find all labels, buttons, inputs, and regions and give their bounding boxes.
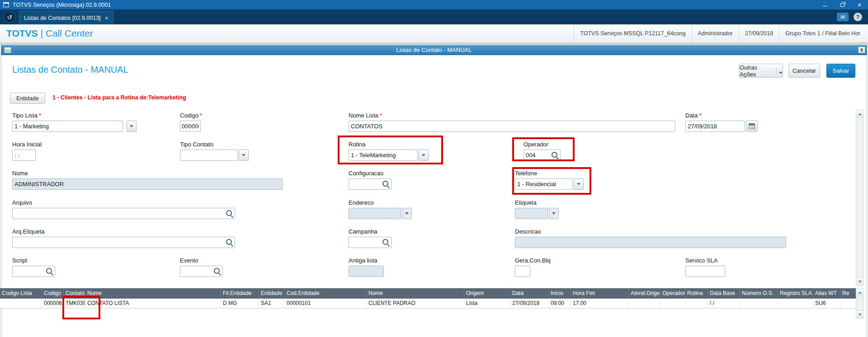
grid-header-cell[interactable]: Origem	[464, 288, 510, 299]
form-scrollbar[interactable]	[856, 110, 863, 286]
rotina-input[interactable]	[349, 150, 418, 161]
cancelar-button[interactable]: Cancelar	[788, 64, 820, 78]
grid-header-cell[interactable]: Fil.Entidade	[221, 288, 259, 299]
antiga-lista-input	[349, 266, 384, 277]
required-marker: *	[380, 112, 382, 119]
grid-header-cell[interactable]: Atend.Origem	[629, 288, 660, 299]
grid-header-cell[interactable]: Codigo	[42, 288, 64, 299]
telefone-input[interactable]	[515, 178, 573, 190]
minimize-button[interactable]	[816, 0, 834, 9]
grid-cell[interactable]: CONTATO LISTA	[85, 299, 221, 309]
grid-header-cell[interactable]: Data Base	[708, 288, 740, 299]
arq-etiqueta-label: Arq.Etiqueta	[12, 228, 235, 235]
field-hora-inicial: Hora Inicial	[12, 141, 42, 161]
grid-cell[interactable]: TMK039	[64, 299, 85, 309]
grid-cell[interactable]	[0, 299, 42, 309]
grid-header-cell[interactable]: Inicio	[549, 288, 571, 299]
search-icon[interactable]	[226, 239, 232, 245]
outras-acoes-button[interactable]: Outras Ações	[739, 64, 783, 78]
codigo-input[interactable]	[180, 121, 201, 132]
search-icon[interactable]	[552, 152, 557, 158]
tipo-lista-dropdown-button[interactable]	[127, 121, 137, 132]
grid-header-cell[interactable]: Nome	[85, 288, 221, 299]
grid-cell[interactable]: / /	[708, 299, 740, 309]
grid-cell[interactable]	[660, 299, 685, 309]
hora-inicial-input[interactable]	[12, 150, 36, 161]
grid-header-cell[interactable]: Entidade	[259, 288, 285, 299]
entidade-button[interactable]: Entidade	[10, 93, 45, 104]
data-label: Data*	[685, 112, 758, 119]
calendar-button[interactable]	[746, 121, 758, 132]
grid-scroll-up-button[interactable]	[856, 289, 863, 296]
grid-cell[interactable]: 09:00	[549, 299, 571, 309]
tipo-contato-dropdown-button[interactable]	[239, 150, 249, 161]
tab-listas-de-contatos[interactable]: Listas de Contatos [02.9.0013] ×	[19, 11, 113, 24]
app-window-icon	[3, 2, 9, 7]
tipo-contato-input[interactable]	[180, 150, 238, 161]
grid-cell[interactable]: SA1	[259, 299, 285, 309]
grid-header-cell[interactable]: Nome	[367, 288, 464, 299]
dialog-titlebar[interactable]: Listas de Contato - MANUAL x	[1, 45, 867, 55]
grid-header-cell[interactable]: Operador	[660, 288, 685, 299]
grid-header-cell[interactable]: Alias WT	[813, 288, 840, 299]
grid-cell[interactable]: 17:00	[571, 299, 629, 309]
grid-cell[interactable]	[778, 299, 813, 309]
scroll-down-button[interactable]	[856, 277, 863, 285]
grid-header-cell[interactable]: Hora Fim	[571, 288, 629, 299]
grid-header-cell[interactable]: Codigo Lista	[0, 288, 42, 299]
grid-header-cell[interactable]: Cod.Entidade	[285, 288, 367, 299]
brand-company: TOTVS	[6, 28, 38, 38]
search-icon[interactable]	[226, 210, 232, 216]
mail-icon[interactable]: ✉	[837, 13, 849, 21]
outras-acoes-arrow[interactable]	[776, 68, 783, 74]
chevron-down-icon	[405, 212, 409, 215]
restore-icon	[840, 3, 844, 7]
gera-con-blq-input[interactable]	[515, 266, 530, 277]
page-title: Listas de Contato - MANUAL	[12, 65, 128, 75]
grid-header-cell[interactable]: Re	[840, 288, 856, 299]
tipo-lista-input[interactable]	[12, 121, 123, 132]
grid-row[interactable]: 000006 TMK039 CONTATO LISTA D MG SA1 000…	[0, 299, 856, 309]
arq-etiqueta-input[interactable]	[12, 237, 235, 248]
grid-scrollbar[interactable]	[856, 288, 863, 318]
restore-button[interactable]	[834, 0, 851, 9]
grid-cell[interactable]	[840, 299, 856, 309]
telefone-dropdown-button[interactable]	[574, 178, 584, 190]
grid-cell[interactable]	[740, 299, 778, 309]
grid-header-cell[interactable]: Data	[510, 288, 549, 299]
grid-cell[interactable]	[685, 299, 708, 309]
nome-lista-input[interactable]	[349, 121, 675, 132]
group-branch: Grupo Totvs 1 / Filial Belo Hor	[779, 24, 866, 42]
search-icon[interactable]	[46, 268, 52, 274]
grid-header-cell[interactable]: Número O.S.	[740, 288, 778, 299]
data-input[interactable]	[685, 121, 745, 132]
help-icon[interactable]: ?	[854, 13, 862, 21]
grid-header-cell[interactable]: Contato	[64, 288, 85, 299]
scroll-up-button[interactable]	[856, 110, 863, 118]
grid-cell[interactable]: Lista	[464, 299, 510, 309]
salvar-button[interactable]: Salvar	[826, 64, 855, 78]
rotina-dropdown-button[interactable]	[419, 150, 429, 161]
search-icon[interactable]	[382, 181, 388, 187]
tab-close-icon[interactable]: ×	[105, 14, 108, 22]
grid-cell[interactable]: SU6	[813, 299, 840, 309]
grid-cell[interactable]: 00000101	[285, 299, 367, 309]
grid-cell[interactable]	[629, 299, 660, 309]
nome-lista-label: Nome Lista*	[349, 112, 675, 119]
grid-cell[interactable]: 000006	[42, 299, 64, 309]
servico-sla-input[interactable]	[685, 266, 725, 277]
grid-header-cell[interactable]: Registro SLA	[778, 288, 813, 299]
arquivo-input[interactable]	[12, 208, 235, 219]
grid-cell[interactable]: CLIENTE PADRAO	[367, 299, 464, 309]
dialog-close-button[interactable]: x	[858, 47, 865, 53]
grid-cell[interactable]: D MG	[221, 299, 259, 309]
grid-cell[interactable]: 27/09/2018	[510, 299, 549, 309]
grid-header-cell[interactable]: Rotina	[685, 288, 708, 299]
grid-scroll-down-button[interactable]	[856, 310, 863, 318]
search-icon[interactable]	[214, 268, 220, 274]
close-button[interactable]: ×	[851, 0, 868, 9]
back-button[interactable]: ↺	[4, 11, 15, 23]
nome-label: Nome	[12, 170, 283, 177]
field-servico-sla: Servico SLA	[685, 257, 725, 277]
search-icon[interactable]	[382, 239, 388, 245]
